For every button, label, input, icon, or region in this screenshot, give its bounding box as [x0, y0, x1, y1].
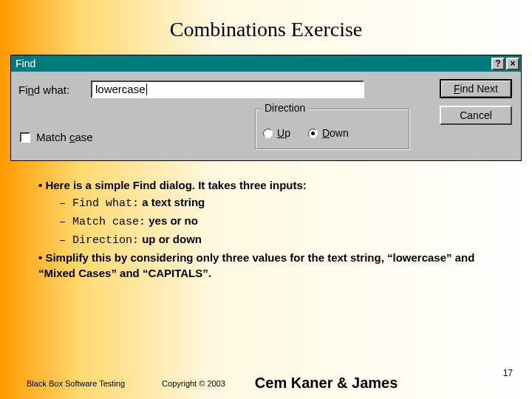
match-case-checkbox[interactable]	[20, 132, 30, 143]
sub-3: – Direction: up or down	[59, 231, 502, 248]
direction-down[interactable]: Down	[308, 127, 349, 139]
slide-title: Combinations Exercise	[0, 0, 532, 49]
footer: Black Box Software Testing Copyright © 2…	[27, 375, 517, 392]
footer-authors: Cem Kaner & James	[255, 375, 398, 392]
match-case-label: Match case	[36, 131, 93, 143]
direction-up[interactable]: Up	[263, 127, 290, 139]
radio-up[interactable]	[263, 129, 273, 138]
sub-2: – Match case: yes or no	[59, 213, 502, 230]
find-what-label: Find what:	[18, 83, 85, 96]
titlebar: Find ? ×	[11, 55, 521, 72]
bullet-1: • Here is a simple Find dialog. It takes…	[38, 177, 502, 193]
cancel-button[interactable]: Cancel	[440, 106, 512, 125]
match-case-row: Match case	[20, 131, 93, 143]
radio-down[interactable]	[308, 129, 318, 138]
footer-copyright: Copyright © 2003	[162, 379, 225, 388]
sub-1: – Find what: a text string	[59, 194, 502, 211]
footer-left: Black Box Software Testing	[27, 379, 125, 388]
bullet-2: • Simplify this by considering only thre…	[38, 250, 502, 281]
dialog-title: Find	[16, 58, 490, 69]
find-dialog: Find ? × Find what: lowercase Find Next …	[10, 55, 522, 161]
text-caret	[146, 83, 147, 95]
page-number: 17	[503, 368, 513, 378]
notes: • Here is a simple Find dialog. It takes…	[38, 177, 502, 281]
find-next-button[interactable]: Find Next	[440, 79, 512, 98]
close-button[interactable]: ×	[506, 58, 519, 70]
direction-legend: Direction	[262, 102, 308, 114]
direction-group: Direction Up Down	[255, 109, 410, 150]
dialog-body: Find what: lowercase Find Next Cancel Ma…	[11, 72, 521, 160]
find-what-input[interactable]: lowercase	[91, 81, 364, 98]
help-button[interactable]: ?	[491, 58, 505, 70]
